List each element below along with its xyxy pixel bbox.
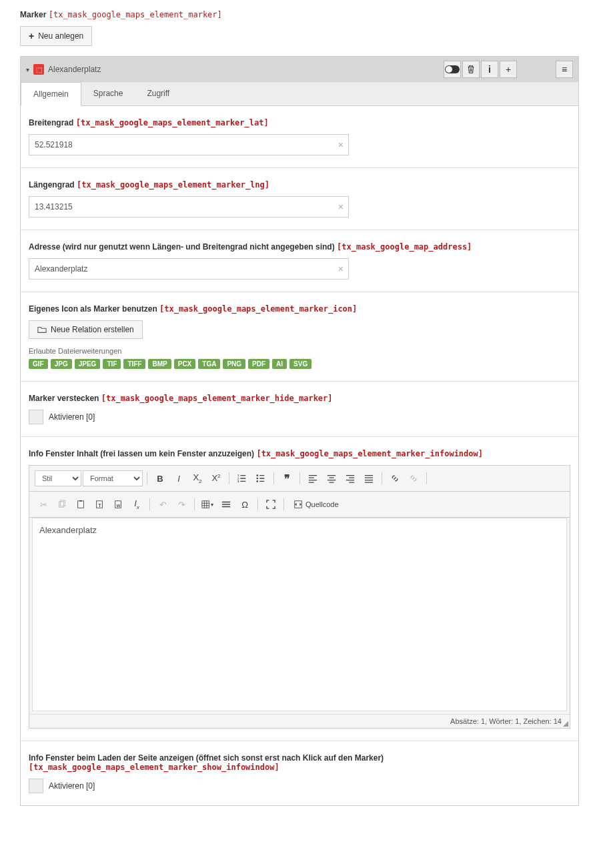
rte-redo-button[interactable]: ↷ (173, 496, 190, 513)
address-label: Adresse (wird nur genutzt wenn Längen- u… (29, 242, 570, 252)
hr-icon (221, 500, 231, 509)
ext-badge-png: PNG (223, 359, 245, 369)
svg-point-5 (256, 480, 258, 482)
clear-address-button[interactable]: × (338, 264, 344, 274)
hide-checkbox[interactable] (29, 410, 43, 424)
ext-badge-jpg: JPG (51, 359, 72, 369)
rte-style-select[interactable]: Stil (35, 470, 81, 486)
rte-table-button[interactable]: ▾ (199, 496, 216, 513)
panel-header[interactable]: ▾ ⬚ Alexanderplatz i + ≡ (21, 57, 578, 82)
copy-icon (57, 500, 67, 509)
icon-field-label: Eigenes Icon als Marker benutzen [tx_mas… (29, 304, 570, 314)
table-icon (201, 500, 211, 509)
chevron-down-icon[interactable]: ▾ (26, 66, 29, 73)
rte-bold-button[interactable]: B (151, 470, 169, 487)
panel-title: Alexanderplatz (48, 65, 101, 74)
link-icon (390, 474, 400, 483)
address-input[interactable] (29, 258, 349, 280)
tab-access[interactable]: Zugriff (135, 82, 181, 105)
redo-icon: ↷ (178, 500, 185, 510)
ext-badge-tiff: TIFF (123, 359, 145, 369)
rte-toolbar-row-1: Stil Format B I X2 X2 123 ❞ (29, 466, 570, 492)
plus-icon: + (29, 31, 34, 41)
omega-icon: Ω (241, 500, 248, 510)
record-type-icon: ⬚ (33, 64, 44, 75)
rte-link-button[interactable] (386, 470, 404, 487)
rte-maximize-button[interactable] (262, 496, 279, 513)
lng-input[interactable] (29, 196, 349, 218)
delete-button[interactable] (462, 61, 480, 78)
rte-cut-button[interactable]: ✂ (35, 496, 52, 513)
add-button[interactable]: + (500, 61, 517, 78)
ext-badge-pdf: PDF (248, 359, 269, 369)
rte-superscript-button[interactable]: X2 (207, 470, 225, 487)
rte-toolbar-row-2: ✂ T W Ix ↶ ↷ ▾ Ω Quellcode (29, 492, 570, 518)
rte-ul-button[interactable] (252, 470, 269, 487)
marker-panel: ▾ ⬚ Alexanderplatz i + ≡ Allgemein Sprac… (20, 56, 579, 806)
svg-text:T: T (98, 503, 101, 508)
rte-subscript-button[interactable]: X2 (189, 470, 206, 487)
svg-rect-8 (78, 501, 84, 508)
rte-unlink-button[interactable] (405, 470, 422, 487)
lat-input[interactable] (29, 134, 349, 155)
rte-quote-button[interactable]: ❞ (278, 470, 295, 487)
rte-source-button[interactable]: Quellcode (288, 497, 344, 512)
spacer-1 (518, 61, 536, 78)
source-icon (293, 500, 303, 509)
align-justify-icon (364, 474, 374, 483)
tabs: Allgemein Sprache Zugriff (21, 82, 578, 106)
drag-handle[interactable]: ≡ (556, 61, 573, 78)
ext-badge-tif: TIF (103, 359, 121, 369)
align-center-icon (327, 474, 336, 483)
bold-icon: B (157, 474, 163, 484)
ext-badge-ai: AI (272, 359, 287, 369)
ext-badge-tga: TGA (198, 359, 220, 369)
rte-italic-button[interactable]: I (170, 470, 187, 487)
unordered-list-icon (256, 474, 265, 483)
rte-align-left-button[interactable] (304, 470, 322, 487)
rte-content-area[interactable]: Alexanderplatz (32, 518, 567, 711)
rte-remove-format-button[interactable]: Ix (128, 496, 145, 513)
paste-word-icon: W (113, 500, 123, 509)
ext-badge-svg: SVG (289, 359, 312, 369)
rte-copy-button[interactable] (53, 496, 71, 513)
svg-rect-14 (202, 501, 209, 508)
section-tech-name: [tx_mask_google_maps_element_marker] (49, 10, 222, 19)
rte-align-center-button[interactable] (323, 470, 340, 487)
rte-align-right-button[interactable] (342, 470, 359, 487)
lng-label: Längengrad [tx_mask_google_maps_element_… (29, 180, 570, 189)
visibility-toggle-button[interactable] (444, 61, 461, 78)
clear-lng-button[interactable]: × (338, 201, 344, 212)
info-button[interactable]: i (481, 61, 498, 78)
trash-icon (466, 65, 476, 74)
rte-hr-button[interactable] (217, 496, 235, 513)
new-relation-button[interactable]: Neue Relation erstellen (29, 320, 143, 339)
rte-status-bar: Absätze: 1, Wörter: 1, Zeichen: 14 (29, 714, 570, 728)
resize-handle[interactable] (563, 721, 568, 727)
new-record-button[interactable]: + Neu anlegen (20, 26, 92, 46)
superscript-icon: X2 (211, 473, 220, 483)
rte-paste-text-button[interactable]: T (91, 496, 108, 513)
rte-paste-button[interactable] (72, 496, 89, 513)
ext-badge-pcx: PCX (174, 359, 196, 369)
undo-icon: ↶ (159, 500, 167, 510)
ext-badge-jpeg: JPEG (75, 359, 101, 369)
showinfo-label: Info Fenster beim Laden der Seite anzeig… (29, 753, 570, 772)
showinfo-checkbox-label: Aktivieren [0] (49, 781, 95, 791)
svg-rect-9 (79, 500, 82, 502)
rte-ol-button[interactable]: 123 (233, 470, 251, 487)
quote-icon: ❞ (284, 472, 290, 485)
rte-align-justify-button[interactable] (360, 470, 378, 487)
hide-label: Marker verstecken [tx_mask_google_maps_e… (29, 394, 570, 403)
svg-text:3: 3 (237, 480, 239, 483)
tab-language[interactable]: Sprache (81, 82, 135, 105)
rte-format-select[interactable]: Format (83, 470, 143, 486)
rte-undo-button[interactable]: ↶ (154, 496, 171, 513)
rte-paste-word-button[interactable]: W (109, 496, 127, 513)
info-icon: i (488, 64, 491, 75)
tab-general[interactable]: Allgemein (21, 82, 81, 106)
rte-specialchar-button[interactable]: Ω (236, 496, 253, 513)
showinfo-checkbox[interactable] (29, 779, 43, 793)
maximize-icon (266, 500, 275, 509)
clear-lat-button[interactable]: × (338, 139, 344, 150)
